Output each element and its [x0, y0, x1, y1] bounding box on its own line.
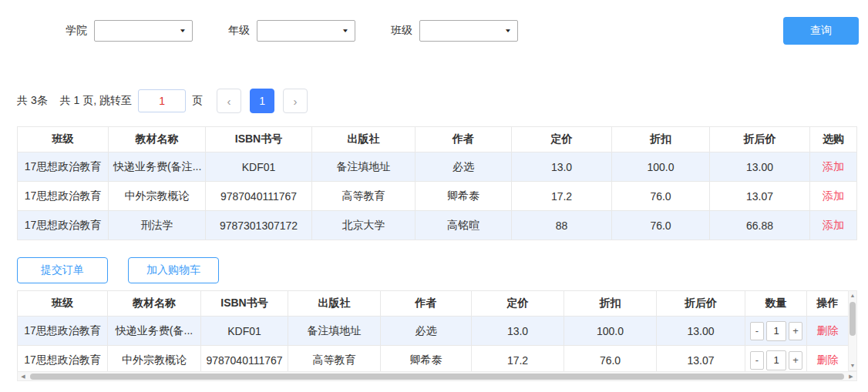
table-row: 17思想政治教育 刑法学 9787301307172 北京大学 高铭暄 88 7…	[18, 211, 857, 240]
cell-publisher: 北京大学	[312, 211, 415, 240]
submit-order-button[interactable]: 提交订单	[17, 257, 108, 283]
column-header-class: 班级	[18, 127, 109, 152]
qty-decrease-button[interactable]: -	[750, 351, 764, 370]
cell-price: 88	[512, 211, 612, 240]
column-header-price: 定价	[472, 291, 564, 317]
column-header-name: 教材名称	[109, 127, 206, 152]
cell-isbn: 9787040111767	[201, 346, 288, 375]
vertical-scrollbar-thumb[interactable]	[849, 302, 856, 336]
page-1-button[interactable]: 1	[250, 89, 274, 113]
qty-increase-button[interactable]: +	[789, 351, 802, 370]
delete-link[interactable]: 删除	[817, 353, 839, 366]
add-link[interactable]: 添加	[823, 189, 844, 202]
add-to-cart-button[interactable]: 加入购物车	[128, 257, 219, 283]
cell-publisher: 高等教育	[312, 182, 415, 211]
cell-isbn: KDF01	[206, 152, 312, 182]
cell-class: 17思想政治教育	[18, 317, 108, 346]
cell-isbn: KDF01	[201, 317, 288, 346]
quantity-stepper: - +	[750, 350, 802, 370]
grade-filter: 年级 ▼	[228, 20, 355, 42]
cell-price: 13.0	[472, 317, 564, 346]
scroll-up-icon[interactable]: ▲	[850, 291, 856, 300]
cell-class: 17思想政治教育	[18, 346, 108, 375]
textbook-order-page: 学院 ▼ 年级 ▼ 班级 ▼ 查询 共 3条 共 1 页, 跳转至 页	[0, 0, 868, 381]
cell-final-price: 13.07	[657, 346, 745, 375]
college-label: 学院	[66, 24, 87, 38]
cell-author: 卿希泰	[415, 182, 512, 211]
grade-select[interactable]: ▼	[257, 20, 355, 42]
column-header-class: 班级	[18, 291, 108, 317]
order-actions: 提交订单 加入购物车	[17, 257, 868, 283]
qty-decrease-button[interactable]: -	[750, 322, 764, 340]
prev-page-button[interactable]: ‹	[217, 89, 241, 113]
college-filter: 学院 ▼	[66, 20, 193, 42]
scroll-down-icon[interactable]: ▼	[850, 361, 856, 370]
cell-isbn: 9787040111767	[206, 182, 312, 211]
column-header-isbn: ISBN书号	[206, 127, 312, 152]
cart-table-header-row: 班级 教材名称 ISBN书号 出版社 作者 定价 折扣 折后价 数量 操作	[18, 291, 849, 317]
class-filter: 班级 ▼	[391, 20, 518, 42]
horizontal-scrollbar[interactable]: ◀ ▶	[17, 371, 857, 381]
grade-label: 年级	[228, 24, 250, 38]
pagination-bar: 共 3条 共 1 页, 跳转至 页 ‹ 1 ›	[17, 89, 868, 113]
qty-input[interactable]	[766, 350, 786, 370]
cell-publisher: 高等教育	[288, 346, 381, 375]
table-row: 17思想政治教育 中外宗教概论 9787040111767 高等教育 卿希泰 1…	[18, 182, 857, 211]
add-link[interactable]: 添加	[823, 219, 844, 231]
column-header-quantity: 数量	[745, 291, 807, 317]
cell-price: 13.0	[512, 152, 612, 182]
column-header-action: 操作	[807, 291, 849, 317]
cell-publisher: 备注填地址	[288, 317, 381, 346]
scroll-left-icon[interactable]: ◀	[18, 372, 29, 381]
cell-author: 必选	[415, 152, 512, 182]
cell-final-price: 66.88	[710, 211, 810, 240]
cell-isbn: 9787301307172	[206, 211, 312, 240]
cell-author: 必选	[381, 317, 472, 346]
column-header-discount: 折扣	[612, 127, 710, 152]
horizontal-scrollbar-thumb[interactable]	[30, 374, 844, 380]
column-header-author: 作者	[381, 291, 472, 317]
vertical-scrollbar[interactable]: ▲ ▼	[848, 290, 857, 371]
column-header-final-price: 折后价	[710, 127, 810, 152]
query-button[interactable]: 查询	[783, 17, 859, 45]
class-select-input[interactable]	[419, 20, 518, 42]
cell-class: 17思想政治教育	[18, 211, 109, 240]
cell-discount: 76.0	[564, 346, 657, 375]
column-header-select: 选购	[810, 127, 857, 152]
cell-name: 快递业务费(备注...	[109, 152, 206, 182]
table-row: 17思想政治教育 快递业务费(备... KDF01 备注填地址 必选 13.0 …	[18, 317, 849, 346]
add-link[interactable]: 添加	[823, 160, 844, 173]
cell-name: 刑法学	[109, 211, 206, 240]
class-select[interactable]: ▼	[419, 20, 518, 42]
class-label: 班级	[391, 24, 412, 38]
college-select[interactable]: ▼	[94, 20, 193, 42]
college-select-input[interactable]	[94, 20, 193, 42]
total-count-label: 共 3条	[17, 94, 48, 108]
column-header-name: 教材名称	[108, 291, 201, 317]
qty-increase-button[interactable]: +	[789, 322, 802, 340]
books-table: 班级 教材名称 ISBN书号 出版社 作者 定价 折扣 折后价 选购 17思想政…	[17, 126, 857, 240]
scroll-right-icon[interactable]: ▶	[846, 372, 856, 381]
cell-final-price: 13.00	[657, 317, 745, 346]
page-jump-input[interactable]	[138, 89, 186, 112]
column-header-publisher: 出版社	[312, 127, 415, 152]
table-row: 17思想政治教育 中外宗教概论 9787040111767 高等教育 卿希泰 1…	[18, 346, 849, 375]
delete-link[interactable]: 删除	[817, 324, 839, 337]
qty-input[interactable]	[766, 321, 786, 341]
column-header-discount: 折扣	[564, 291, 657, 317]
next-page-button[interactable]: ›	[283, 89, 308, 113]
cell-publisher: 备注填地址	[312, 152, 415, 182]
cell-class: 17思想政治教育	[18, 152, 109, 182]
cart-table: 班级 教材名称 ISBN书号 出版社 作者 定价 折扣 折后价 数量 操作 17…	[17, 290, 849, 375]
cell-author: 高铭暄	[415, 211, 512, 240]
cell-price: 17.2	[512, 182, 612, 211]
table-row: 17思想政治教育 快递业务费(备注... KDF01 备注填地址 必选 13.0…	[18, 152, 857, 182]
chevron-left-icon: ‹	[227, 95, 231, 108]
cell-discount: 76.0	[612, 182, 710, 211]
cell-discount: 76.0	[612, 211, 710, 240]
grade-select-input[interactable]	[257, 20, 355, 42]
cell-name: 中外宗教概论	[109, 182, 206, 211]
quantity-stepper: - +	[750, 321, 802, 341]
page-suffix-label: 页	[192, 94, 203, 108]
page-info-label: 共 1 页, 跳转至	[60, 94, 132, 108]
